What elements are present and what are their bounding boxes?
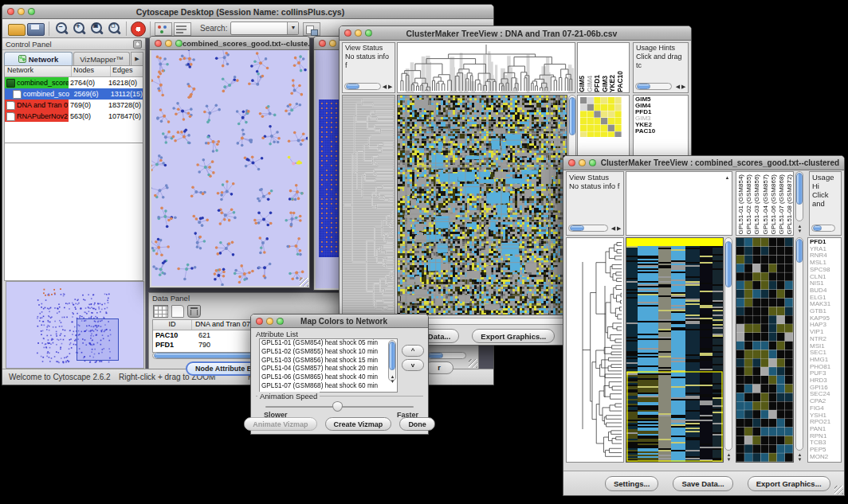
new-attribute-icon[interactable] [171, 305, 184, 318]
move-down-button[interactable]: v [402, 359, 424, 371]
tv1-titlebar[interactable]: ClusterMaker TreeView : DNA and Tran 07-… [340, 26, 691, 41]
zoom-button[interactable] [365, 29, 372, 37]
attribute-list-item[interactable]: GPL51-06 (GSM865) heat shock 40 min [261, 373, 397, 382]
zoom-in-icon[interactable]: + [71, 21, 87, 36]
tv2-resize-grip[interactable] [834, 486, 843, 494]
zoom-scroll-arrows[interactable]: ▲▼ [796, 452, 803, 462]
network-table-row[interactable]: DNA and Tran 07 769(0) 183728(0) [5, 100, 143, 111]
float-panel-icon[interactable] [133, 40, 142, 49]
scroll-arrows[interactable]: ◀ ▶ [675, 84, 686, 89]
tv2-zoom-vscrollbar[interactable] [795, 237, 803, 451]
minimize-button[interactable] [329, 40, 336, 47]
help-lifesaver-icon[interactable] [131, 21, 146, 37]
save-icon[interactable] [27, 23, 45, 36]
attribute-list-item[interactable]: GPL51-07 (GSM868) heat shock 60 min [261, 382, 397, 391]
network-overview-panel[interactable] [6, 281, 144, 369]
tv2-gene-list[interactable]: PFD1YRA1RNR4MSL1SPC98CLN1NIS1BUD4ELG1MAK… [807, 237, 842, 463]
zoom-selected-icon[interactable]: ◻ [106, 21, 122, 36]
search-combobox[interactable]: ▼ [230, 21, 299, 35]
tv1-row-dendrogram[interactable] [342, 95, 395, 315]
annotation-icon[interactable] [174, 22, 191, 36]
close-button[interactable] [256, 318, 263, 325]
minimize-button[interactable] [579, 159, 586, 166]
scroll-arrow-up[interactable]: ▲ [724, 175, 731, 180]
column-dendrogram-canvas[interactable] [398, 43, 575, 92]
attribute-list-item[interactable]: GPL51-01 (GSM854) heat shock 05 min [261, 339, 397, 348]
close-button[interactable] [319, 40, 326, 47]
move-up-button[interactable]: ^ [402, 345, 424, 357]
zoom-button[interactable] [175, 40, 183, 47]
tv1-action-button[interactable]: Export Graphics... [472, 329, 555, 343]
minimize-button[interactable] [355, 29, 362, 37]
main-titlebar[interactable]: Cytoscape Desktop (Session Name: collins… [2, 5, 493, 19]
zoom-out-icon[interactable]: – [53, 21, 69, 36]
tv2-action-button[interactable]: Export Graphics... [748, 476, 830, 491]
datapanel-col-id[interactable]: ID [153, 320, 192, 330]
minimize-button[interactable] [18, 8, 25, 15]
zoom-heatmap-canvas[interactable] [736, 238, 793, 462]
tv2-titlebar[interactable]: ClusterMaker TreeView : combined_scores_… [563, 156, 844, 170]
tv2-column-dendrogram-empty[interactable]: ▲ [626, 171, 732, 236]
tv2-action-button[interactable]: Save Data... [673, 476, 732, 491]
zoom-button[interactable] [28, 8, 35, 15]
usage-hints-scrollbar[interactable] [635, 83, 672, 90]
done-button[interactable]: Done [399, 417, 435, 431]
row-dendrogram-canvas[interactable] [343, 96, 395, 315]
global-heatmap-canvas[interactable] [626, 238, 723, 462]
scroll-arrows[interactable]: ◀ ▶ [610, 226, 622, 231]
view-status-scrollbar[interactable] [568, 225, 608, 232]
edge-attribute-browser-tab-fragment[interactable]: r [425, 361, 453, 374]
tv1-heatmap[interactable] [397, 95, 567, 315]
network-view-canvas[interactable] [151, 50, 308, 286]
tv2-row-dendrogram[interactable] [566, 237, 624, 463]
open-file-icon[interactable] [8, 24, 26, 36]
heatmap-scroll-arrows[interactable]: ▲▼ [725, 452, 732, 462]
tv2-zoom-heatmap[interactable] [736, 237, 794, 463]
col-header-nodes[interactable]: Nodes [72, 66, 111, 76]
delete-attribute-icon[interactable] [187, 305, 201, 318]
create-vizmap-button[interactable]: Create Vizmap [325, 417, 392, 431]
network-table-row[interactable]: combined_sco 2569(6) 13112(15) [5, 88, 143, 100]
zoom-matrix-canvas[interactable] [580, 97, 622, 137]
tab-network[interactable]: Network [4, 52, 73, 65]
tv2-action-button[interactable]: Settings... [605, 476, 658, 491]
dialog-titlebar[interactable]: Map Colors to Network [251, 315, 428, 328]
datapanel-right-scrollbar[interactable] [426, 352, 466, 359]
close-button[interactable] [7, 8, 14, 15]
attribute-list-scroll-arrows[interactable]: ▲▼ [389, 374, 396, 384]
network-frame1-canvas-area[interactable] [151, 50, 308, 286]
tab-vizmapper[interactable]: VizMapper™ [73, 52, 130, 65]
tv1-column-dendrogram[interactable] [397, 42, 575, 93]
zoom-button[interactable] [277, 318, 284, 325]
tab-overflow-arrow[interactable]: ▶ [131, 52, 143, 65]
tv2-heatmap[interactable] [626, 237, 724, 463]
minimize-button[interactable] [266, 318, 273, 325]
attribute-list-item[interactable]: GPL51-04 (GSM857) heat shock 20 min [261, 365, 397, 373]
datapanel-resize-grip[interactable] [469, 359, 477, 368]
table-mode-icon[interactable] [153, 305, 168, 318]
network-table-row[interactable]: RNAPuberNov2+! 563(0) 107847(0) [5, 111, 143, 122]
col-header-edges[interactable]: Edges [111, 66, 143, 76]
close-button[interactable] [568, 159, 575, 166]
zoom-fit-icon[interactable]: ▣ [88, 21, 104, 36]
close-button[interactable] [344, 29, 351, 37]
tv2-heatmap-vscrollbar[interactable] [724, 237, 732, 451]
view-status-scrollbar[interactable] [344, 83, 381, 90]
speed-slider-thumb[interactable] [332, 401, 343, 412]
labels-scroll-arrows[interactable]: ▲▼ [796, 224, 803, 233]
zoom-button[interactable] [589, 159, 596, 166]
attribute-list[interactable]: GPL51-01 (GSM854) heat shock 05 minGPL51… [259, 338, 398, 393]
search-config-icon[interactable] [303, 22, 320, 36]
network-table-row[interactable]: combined_scores 2764(0) 16218(0) [5, 77, 143, 88]
search-dropdown-arrow-icon[interactable]: ▼ [287, 22, 298, 34]
global-heatmap-canvas[interactable] [398, 96, 567, 315]
vizmap-icon[interactable] [155, 22, 172, 36]
usage-hints-scrollbar[interactable] [811, 225, 835, 232]
scroll-arrows[interactable]: ◀ ▶ [382, 84, 393, 89]
network-overview-canvas[interactable] [6, 282, 142, 366]
col-header-network[interactable]: Network [5, 66, 72, 76]
animate-vizmap-button[interactable]: Animate Vizmap [244, 417, 316, 431]
frame-resize-grip[interactable] [300, 278, 308, 287]
window-controls[interactable] [7, 8, 35, 15]
attribute-list-item[interactable]: GPL51-03 (GSM856) heat shock 15 min [261, 357, 397, 365]
